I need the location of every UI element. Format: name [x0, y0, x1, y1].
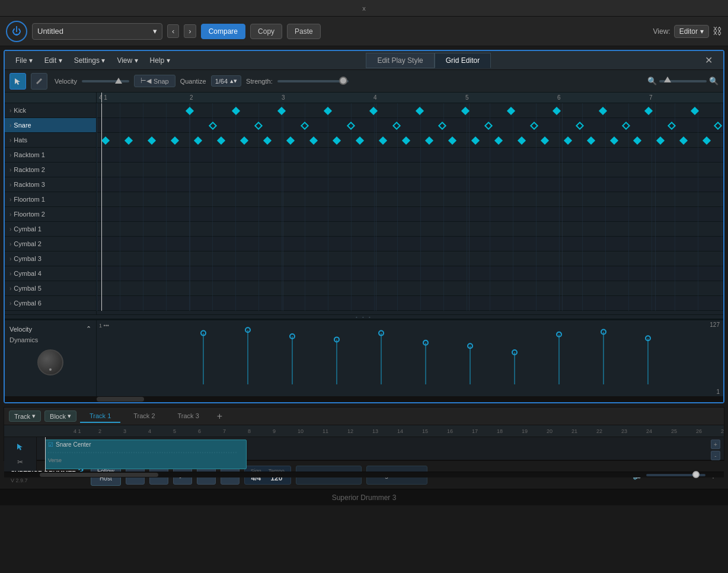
draw-tool-button[interactable] — [31, 73, 47, 90]
block-dropdown[interactable]: Block ▾ — [44, 410, 76, 422]
velocity-slider[interactable] — [82, 80, 129, 82]
track-item-racktom1[interactable]: ›Racktom 1 — [5, 148, 96, 163]
track-scroll-thumb[interactable] — [40, 473, 158, 477]
track-item-floortom2[interactable]: ›Floortom 2 — [5, 207, 96, 222]
view-dropdown[interactable]: Editor ▾ — [674, 25, 709, 38]
track-dropdown-arrow: ▾ — [32, 412, 36, 420]
ruler-tick-9: 9 — [272, 428, 296, 434]
ruler-mark-4: 4 — [373, 94, 377, 101]
piano-grid[interactable]: 4 1 2 3 4 5 6 7 — [97, 93, 723, 314]
ruler-tick-20: 20 — [545, 428, 570, 434]
track-block-check: ☑ — [48, 441, 53, 448]
volume-thumb — [692, 471, 700, 478]
velocity-sidebar: Velocity ⌃ Dynamics — [5, 320, 97, 396]
menu-settings[interactable]: Settings ▾ — [69, 54, 110, 67]
copy-button[interactable]: Copy — [250, 24, 282, 39]
ruler-tick-7: 7 — [222, 428, 247, 434]
ruler-tick-17: 17 — [471, 428, 496, 434]
dynamics-knob[interactable] — [37, 349, 63, 375]
velocity-divider[interactable]: • • • — [5, 314, 723, 319]
tab-track3[interactable]: Track 3 — [168, 410, 209, 423]
paste-button[interactable]: Paste — [287, 24, 321, 39]
track-scrollbar[interactable] — [4, 472, 724, 477]
ruler-tick-13: 13 — [371, 428, 396, 434]
track-item-racktom3[interactable]: ›Racktom 3 — [5, 177, 96, 192]
link-icon[interactable]: ⛓ — [713, 26, 722, 37]
zoom-slider[interactable] — [659, 80, 707, 82]
strength-slider[interactable] — [277, 80, 349, 82]
scroll-thumb[interactable] — [97, 397, 144, 402]
grid-content — [97, 103, 723, 311]
track-item-cymbal5[interactable]: ›Cymbal 5 — [5, 281, 96, 296]
zoom-in-button[interactable]: + — [711, 440, 720, 449]
add-track-button[interactable]: + — [212, 409, 227, 424]
tab-track2[interactable]: Track 2 — [124, 410, 164, 423]
velocity-label: Velocity — [55, 78, 77, 85]
editor-tabs: Edit Play Style Grid Editor — [366, 53, 491, 68]
top-toolbar: ⏻ Untitled ▾ ‹ › Compare Copy Paste View… — [0, 17, 728, 46]
view-section: View: Editor ▾ ⛓ — [653, 25, 723, 38]
ruler-tick-19: 19 — [521, 428, 545, 434]
footer: Superior Drummer 3 — [0, 489, 728, 505]
track-dropdown[interactable]: Track ▾ — [9, 410, 41, 422]
ruler-tick-1: 4 1 — [72, 428, 97, 434]
menu-help[interactable]: Help ▾ — [145, 54, 175, 67]
compare-button[interactable]: Compare — [201, 24, 245, 39]
track-select-tool[interactable] — [14, 440, 27, 453]
ruler-tick-8: 8 — [247, 428, 272, 434]
menu-edit[interactable]: Edit ▾ — [40, 54, 67, 67]
track-item-cymbal4[interactable]: ›Cymbal 4 — [5, 266, 96, 281]
horizontal-scrollbar[interactable] — [5, 396, 723, 402]
track-block-area[interactable]: ☑ Snare Center Verse + - — [37, 437, 724, 472]
edit-toolbar: Velocity ⊢◀ Snap Quantize 1/64 ▴▾ Streng… — [5, 70, 723, 93]
strength-label: Strength: — [246, 78, 273, 85]
track-item-cymbal2[interactable]: ›Cymbal 2 — [5, 237, 96, 252]
tab-track1[interactable]: Track 1 — [80, 410, 120, 423]
back-button[interactable]: ‹ — [167, 24, 179, 38]
track-item-snare[interactable]: ›Snare — [5, 118, 96, 133]
track-item-floortom1[interactable]: ›Floortom 1 — [5, 192, 96, 207]
zoom-out-icon[interactable]: 🔍 — [647, 77, 657, 85]
ruler-tick-25: 25 — [670, 428, 695, 434]
select-tool-button[interactable] — [9, 73, 26, 90]
track-block-name: Snare Center — [56, 441, 91, 448]
zoom-out-button[interactable]: - — [711, 451, 720, 460]
tab-edit-play-style[interactable]: Edit Play Style — [366, 53, 434, 68]
track-item-hats[interactable]: ›Hats — [5, 133, 96, 148]
view-value: Editor — [679, 27, 698, 36]
ruler-tick-3: 3 — [122, 428, 147, 434]
view-arrow: ▾ — [700, 27, 704, 36]
snap-button[interactable]: ⊢◀ Snap — [134, 75, 175, 87]
ruler-tick-5: 5 — [172, 428, 197, 434]
ruler-tick-16: 16 — [446, 428, 471, 434]
track-item-kick[interactable]: ›Kick — [5, 103, 96, 118]
track-item-cymbal3[interactable]: ›Cymbal 3 — [5, 252, 96, 266]
track-item-cymbal1[interactable]: ›Cymbal 1 — [5, 222, 96, 237]
velocity-content: 1 ••• 127 1 — [97, 320, 723, 396]
track-item-cymbal6[interactable]: ›Cymbal 6 — [5, 296, 96, 311]
velocity-section-label: Velocity — [9, 326, 32, 333]
preset-dropdown[interactable]: Untitled ▾ — [32, 23, 162, 40]
zoom-thumb — [664, 77, 671, 82]
power-button[interactable]: ⏻ — [6, 21, 27, 42]
ruler-tick-2: 2 — [97, 428, 122, 434]
editor-close-button[interactable]: ✕ — [700, 55, 717, 66]
ruler-tick-4: 4 — [147, 428, 172, 434]
volume-slider[interactable] — [646, 474, 705, 476]
track-block-verse: Verse — [46, 457, 246, 463]
tab-grid-editor[interactable]: Grid Editor — [435, 53, 491, 68]
menu-view[interactable]: View ▾ — [112, 54, 142, 67]
title-bar: x — [0, 0, 728, 17]
track-label: Track — [14, 413, 30, 420]
menu-file[interactable]: File ▾ — [11, 54, 37, 67]
quantize-select[interactable]: 1/64 ▴▾ — [211, 75, 241, 87]
forward-button[interactable]: › — [184, 24, 196, 38]
knob-indicator — [49, 368, 52, 371]
velocity-expand-icon[interactable]: ⌃ — [86, 325, 91, 333]
grid-ruler: 4 1 2 3 4 5 6 7 — [97, 93, 723, 103]
track-item-racktom2[interactable]: ›Racktom 2 — [5, 163, 96, 177]
track-block[interactable]: ☑ Snare Center Verse — [45, 440, 247, 469]
zoom-in-icon[interactable]: 🔍 — [709, 77, 719, 85]
menu-bar: File ▾ Edit ▾ Settings ▾ View ▾ Help ▾ E… — [5, 51, 723, 70]
window-close-button[interactable]: x — [362, 5, 366, 12]
